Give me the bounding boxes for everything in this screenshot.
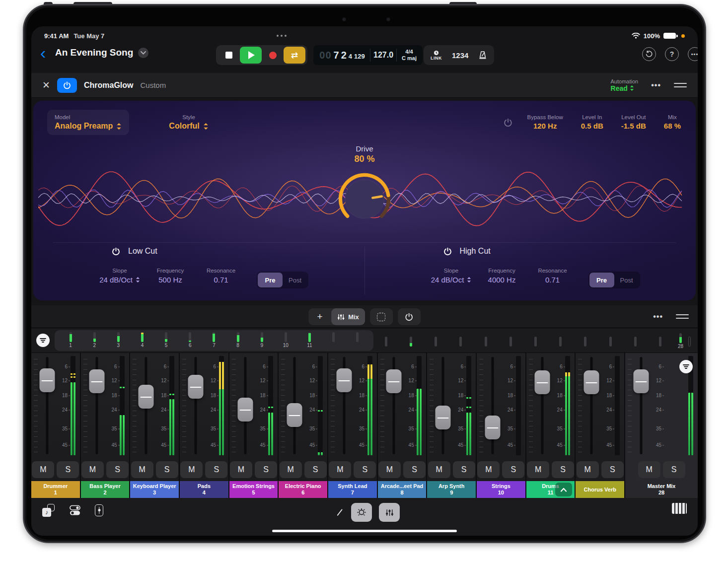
solo-button[interactable]: S [57, 461, 79, 478]
mute-button[interactable]: M [577, 461, 599, 478]
record-button[interactable] [262, 47, 284, 64]
drive-knob[interactable] [334, 167, 395, 229]
pencil-tool-button[interactable] [335, 508, 344, 517]
lcd-display[interactable]: 007 2 4 129 127.0 4/4 C maj [313, 45, 423, 65]
ruler-track-item[interactable]: 9 [258, 332, 266, 349]
high-cut-frequency[interactable]: Frequency 4000 Hz [479, 268, 525, 284]
solo-button[interactable]: S [502, 461, 524, 478]
play-button[interactable] [240, 47, 262, 64]
solo-button[interactable]: S [601, 461, 624, 478]
mute-button[interactable]: M [280, 461, 302, 478]
low-cut-slope[interactable]: Slope 24 dB/Oct [97, 268, 143, 284]
ruler-track-item[interactable] [457, 337, 465, 347]
solo-button[interactable]: S [663, 461, 685, 478]
high-cut-power-icon[interactable] [443, 247, 452, 256]
automation-control[interactable]: Automation Read [611, 78, 639, 92]
low-cut-power-icon[interactable] [112, 247, 120, 256]
fader-lane[interactable] [88, 356, 105, 455]
high-cut-pre-button[interactable]: Pre [589, 273, 614, 287]
fader-cap[interactable] [485, 416, 501, 439]
ruler-track-item[interactable] [656, 337, 664, 347]
fader-lane[interactable] [138, 356, 154, 455]
low-cut-post-button[interactable]: Post [283, 273, 307, 287]
solo-button[interactable]: S [552, 461, 574, 478]
mute-button[interactable]: M [180, 461, 203, 478]
ruler-track-item[interactable] [582, 337, 589, 347]
track-label[interactable]: Chorus Verb [576, 481, 624, 498]
ruler-track-item[interactable]: 7 [210, 332, 218, 349]
bypass-power-icon[interactable] [504, 118, 512, 127]
track-label[interactable]: Strings10 [477, 481, 525, 498]
ruler-track-item[interactable]: 11 [305, 332, 313, 349]
loop-browser-button[interactable]: ♪ [42, 503, 55, 518]
back-chevron-button[interactable]: ‹ [40, 44, 46, 61]
ruler-track-item[interactable] [606, 337, 614, 347]
track-label[interactable]: Electric Piano6 [279, 481, 327, 498]
low-cut-pre-button[interactable]: Pre [258, 273, 283, 287]
keyboard-button[interactable] [672, 503, 687, 514]
fader-cap[interactable] [534, 370, 550, 394]
fader-lane[interactable] [39, 356, 56, 455]
plugin-power-button[interactable] [57, 78, 77, 93]
mixer-view-toggle-button[interactable] [379, 503, 400, 522]
track-label[interactable]: Arcade...eet Pad8 [378, 481, 427, 498]
solo-button[interactable]: S [205, 461, 227, 478]
home-indicator[interactable] [272, 530, 457, 532]
track-label[interactable]: Bass Player2 [81, 481, 130, 498]
ruler-track-item[interactable]: 2 [90, 332, 98, 349]
song-title[interactable]: An Evening Song [55, 47, 133, 58]
fader-lane[interactable] [583, 356, 600, 455]
ruler-track-item[interactable]: 4 [138, 332, 146, 349]
link-button[interactable]: LINK [431, 50, 442, 61]
fader-lane[interactable] [534, 356, 551, 455]
mixer-more-button[interactable]: ••• [653, 312, 663, 321]
close-icon[interactable]: ✕ [42, 79, 50, 91]
fader-lane[interactable] [633, 356, 650, 455]
fader-cap[interactable] [40, 368, 55, 392]
fader-cap[interactable] [139, 385, 154, 409]
master-track-marker[interactable]: 28 [678, 331, 683, 350]
solo-button[interactable]: S [156, 461, 178, 478]
solo-button[interactable]: S [354, 461, 376, 478]
ruler-track-item[interactable]: 6 [186, 332, 194, 349]
solo-button[interactable]: S [106, 461, 129, 478]
fader-lane[interactable] [435, 356, 451, 455]
marquee-select-button[interactable] [370, 308, 393, 325]
fader-lane[interactable] [237, 356, 254, 455]
plugins-button[interactable] [69, 503, 81, 518]
low-cut-resonance[interactable]: Resonance 0.71 [198, 268, 244, 284]
track-label[interactable]: Drums11 [526, 481, 575, 498]
high-cut-slope[interactable]: Slope 24 dB/Oct [429, 268, 474, 284]
count-in-button[interactable]: 1234 [452, 51, 468, 60]
ruler-track-item[interactable] [354, 332, 362, 349]
ruler-track-item[interactable]: 3 [114, 332, 122, 349]
plugin-preset[interactable]: Custom [140, 81, 166, 89]
ruler-track-item[interactable] [407, 337, 415, 347]
mute-button[interactable]: M [527, 461, 549, 478]
smart-controls-button[interactable] [351, 503, 372, 522]
level-out-control[interactable]: Level Out -1.5 dB [621, 114, 646, 130]
fader-cap[interactable] [237, 398, 253, 421]
mute-button[interactable]: M [329, 461, 351, 478]
ruler-track-item[interactable]: 10 [282, 332, 290, 349]
solo-button[interactable]: S [255, 461, 277, 478]
ruler-track-item[interactable] [532, 337, 540, 347]
undo-history-button[interactable] [642, 47, 656, 61]
ruler-track-item[interactable]: 1 [67, 332, 74, 349]
filter-icon[interactable] [36, 334, 50, 347]
filter-icon[interactable] [679, 360, 693, 373]
fader-lane[interactable] [484, 356, 501, 455]
fader-cap[interactable] [287, 403, 302, 427]
ruler-track-item[interactable] [482, 337, 490, 347]
mix-control[interactable]: Mix 68 % [664, 114, 681, 130]
fader-lane[interactable] [336, 356, 353, 455]
ruler-track-item[interactable] [557, 337, 565, 347]
mute-button[interactable]: M [477, 461, 500, 478]
track-label[interactable]: Master Mix28 [625, 481, 698, 498]
mute-button[interactable]: M [230, 461, 252, 478]
chevron-down-icon[interactable] [138, 48, 148, 58]
low-cut-frequency[interactable]: Frequency 500 Hz [147, 268, 193, 284]
fader-cap[interactable] [337, 368, 352, 392]
stop-button[interactable] [218, 47, 240, 64]
fader-cap[interactable] [634, 369, 649, 393]
